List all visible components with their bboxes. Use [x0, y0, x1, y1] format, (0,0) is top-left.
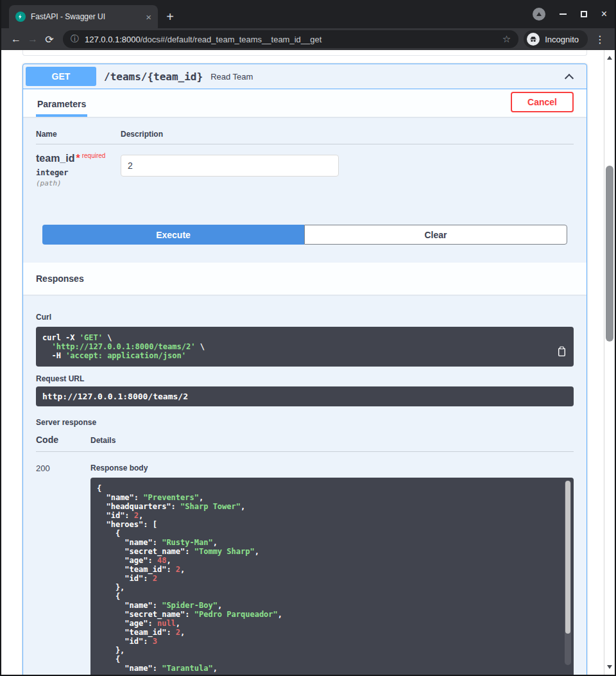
- parameters-table: Name Description team_id*required intege…: [23, 117, 586, 245]
- response-body-label: Response body: [90, 464, 574, 472]
- browser-window: FastAPI - Swagger UI × + × ← → ⟳ ⓘ 127.0…: [0, 0, 616, 676]
- http-method-badge: GET: [26, 67, 96, 86]
- parameter-row: team_id*required integer (path): [36, 144, 574, 187]
- responses-section-header: Responses: [23, 263, 586, 295]
- request-url-label: Request URL: [36, 374, 574, 383]
- response-body-scrollbar[interactable]: [565, 480, 571, 665]
- scrollbar-up-arrow-icon[interactable]: [607, 53, 612, 60]
- parameters-section-header: Parameters Cancel: [23, 89, 586, 117]
- response-body-json: { "name": "Preventers", "headquarters": …: [97, 484, 556, 673]
- required-label: required: [82, 152, 106, 159]
- window-minimize-button[interactable]: [560, 13, 567, 15]
- window-maximize-button[interactable]: [581, 11, 587, 17]
- column-header-description: Description: [121, 130, 574, 139]
- parameter-name: team_id: [36, 153, 74, 164]
- clear-button[interactable]: Clear: [304, 225, 567, 245]
- copy-icon[interactable]: [556, 346, 567, 357]
- page-scrollbar[interactable]: [604, 50, 615, 675]
- swagger-content: GET /teams/{team_id} Read Team Parameter…: [22, 50, 587, 675]
- status-code: 200: [36, 464, 90, 675]
- previous-section-edge: [22, 50, 587, 56]
- team-id-input[interactable]: [121, 155, 339, 177]
- tab-close-icon[interactable]: ×: [146, 12, 151, 22]
- browser-tab[interactable]: FastAPI - Swagger UI ×: [9, 5, 158, 28]
- forward-button[interactable]: →: [24, 31, 41, 48]
- operation-path: /teams/{team_id}: [104, 71, 203, 83]
- incognito-badge: Incognito: [524, 30, 588, 48]
- fastapi-favicon-icon: [15, 12, 26, 22]
- curl-command-block: curl -X 'GET' \ 'http://127.0.0.1:8000/t…: [36, 327, 574, 367]
- execute-button-group: Execute Clear: [42, 225, 567, 245]
- incognito-label: Incognito: [545, 35, 579, 44]
- parameter-value-cell: [121, 152, 574, 187]
- parameter-name-line: team_id*required: [36, 152, 121, 164]
- window-close-button[interactable]: ×: [601, 9, 607, 19]
- responses-title: Responses: [36, 273, 84, 284]
- response-body-scrollbar-thumb[interactable]: [565, 481, 570, 634]
- parameters-table-header: Name Description: [36, 117, 574, 144]
- scrollbar-down-arrow-icon[interactable]: [607, 665, 612, 672]
- column-header-code: Code: [36, 435, 90, 445]
- required-asterisk: *: [76, 153, 80, 164]
- tab-parameters: Parameters: [36, 89, 87, 117]
- tab-title: FastAPI - Swagger UI: [31, 12, 142, 21]
- curl-label: Curl: [36, 313, 574, 322]
- parameter-location: (path): [36, 179, 121, 187]
- column-header-name: Name: [36, 130, 121, 139]
- response-body-block: { "name": "Preventers", "headquarters": …: [90, 478, 574, 675]
- page-viewport: GET /teams/{team_id} Read Team Parameter…: [1, 50, 615, 675]
- operation-summary: Read Team: [210, 72, 253, 82]
- back-button[interactable]: ←: [8, 31, 24, 48]
- new-tab-button[interactable]: +: [160, 7, 180, 26]
- parameter-type: integer: [36, 168, 121, 177]
- execute-button[interactable]: Execute: [42, 225, 304, 245]
- parameter-name-cell: team_id*required integer (path): [36, 152, 121, 187]
- browser-menu-icon[interactable]: ⋮: [592, 31, 608, 48]
- browser-update-icon[interactable]: [533, 8, 545, 21]
- url-host: 127.0.0.1:8000: [85, 35, 141, 44]
- opblock-summary[interactable]: GET /teams/{team_id} Read Team: [23, 64, 586, 89]
- request-url-value: http://127.0.0.1:8000/teams/2: [36, 386, 574, 406]
- response-row: 200 Response body { "name": "Preventers"…: [36, 452, 574, 675]
- opblock-get-read-team: GET /teams/{team_id} Read Team Parameter…: [22, 64, 587, 675]
- url-bar[interactable]: ⓘ 127.0.0.1:8000/docs#/default/read_team…: [63, 30, 518, 48]
- window-controls: ×: [533, 0, 607, 28]
- url-text: 127.0.0.1:8000/docs#/default/read_team_t…: [85, 35, 497, 44]
- response-details-cell: Response body { "name": "Preventers", "h…: [90, 464, 574, 675]
- server-response-label: Server response: [36, 418, 574, 427]
- response-table-header: Code Details: [36, 427, 574, 452]
- reload-button[interactable]: ⟳: [41, 31, 58, 48]
- scrollbar-thumb[interactable]: [606, 166, 613, 342]
- bookmark-star-icon[interactable]: ☆: [502, 33, 511, 45]
- curl-command: curl -X 'GET' \ 'http://127.0.0.1:8000/t…: [42, 333, 567, 360]
- url-path: /docs#/default/read_team_teams__team_id_…: [141, 35, 322, 44]
- site-info-icon[interactable]: ⓘ: [71, 33, 79, 45]
- responses-body: Curl curl -X 'GET' \ 'http://127.0.0.1:8…: [23, 295, 586, 675]
- column-header-details: Details: [90, 436, 574, 445]
- cancel-button[interactable]: Cancel: [511, 92, 574, 112]
- incognito-icon: [527, 33, 540, 46]
- browser-tab-bar: FastAPI - Swagger UI × + ×: [1, 0, 615, 28]
- browser-toolbar: ← → ⟳ ⓘ 127.0.0.1:8000/docs#/default/rea…: [1, 28, 615, 50]
- collapse-chevron-icon[interactable]: [565, 73, 574, 82]
